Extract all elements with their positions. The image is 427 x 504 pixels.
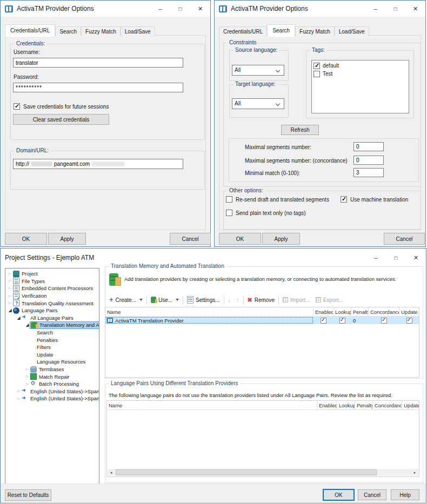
- tree-item-language-resources[interactable]: Language Resources: [5, 358, 99, 366]
- use-machine-translation-checkbox[interactable]: [341, 196, 347, 203]
- domain-url-field[interactable]: http:// pangeamt.com: [13, 159, 183, 169]
- tab-search[interactable]: Search: [267, 24, 295, 37]
- settings-button[interactable]: Settings...: [184, 296, 222, 304]
- scroll-right-icon[interactable]: ►: [411, 469, 418, 476]
- tree-item-match-repair[interactable]: Match Repair: [5, 373, 99, 380]
- tab-load-save[interactable]: Load/Save: [335, 26, 369, 36]
- tree-item-filters[interactable]: Filters: [5, 344, 99, 351]
- providers-table[interactable]: Name Enabled Lookup Penalty Concordance …: [105, 307, 419, 378]
- close-button[interactable]: ✕: [190, 1, 210, 17]
- enabled-cell[interactable]: [313, 317, 333, 324]
- expander-expanded-icon[interactable]: [16, 315, 22, 320]
- tag-list-item[interactable]: default: [313, 62, 407, 70]
- tab-fuzzy-match[interactable]: Fuzzy Match: [295, 26, 335, 36]
- scroll-left-icon[interactable]: ◄: [108, 469, 115, 476]
- scrollbar-thumb[interactable]: [116, 469, 377, 475]
- column-lookup[interactable]: Lookup: [333, 307, 351, 316]
- tree-item-penalties[interactable]: Penalties: [5, 336, 99, 344]
- tree-item-search[interactable]: Search: [5, 329, 99, 337]
- column-update[interactable]: Update: [402, 401, 419, 409]
- close-button[interactable]: ✕: [406, 248, 426, 267]
- close-button[interactable]: ✕: [405, 1, 425, 17]
- password-field[interactable]: [13, 83, 183, 92]
- reset-to-defaults-button[interactable]: Reset to Defaults: [5, 489, 51, 501]
- tag-list-item[interactable]: Test: [313, 70, 407, 78]
- cancel-button[interactable]: Cancel: [358, 489, 386, 500]
- column-penalty[interactable]: Penalty: [351, 307, 369, 316]
- language-pairs-table[interactable]: Name Enabled Lookup Penalty Concordance …: [106, 400, 419, 477]
- send-plain-text-checkbox[interactable]: [226, 210, 232, 216]
- lookup-cell[interactable]: [333, 317, 351, 324]
- username-field[interactable]: [13, 58, 183, 68]
- tree-item-termbases[interactable]: Termbases: [5, 366, 99, 373]
- remove-button[interactable]: ✖ Remove: [245, 297, 277, 304]
- tree-item-project[interactable]: Project: [5, 270, 99, 278]
- tab-search[interactable]: Search: [55, 26, 81, 36]
- expander-collapsed-icon[interactable]: [24, 367, 30, 372]
- enabled-checkbox[interactable]: [321, 318, 326, 324]
- tree-item-update[interactable]: Update: [5, 351, 99, 359]
- provider-table-row[interactable]: ActivaTM Translation Provider 0: [105, 317, 419, 324]
- column-name[interactable]: Name: [105, 307, 313, 316]
- tags-listbox[interactable]: default Test: [311, 60, 409, 113]
- expander-collapsed-icon[interactable]: [16, 397, 22, 401]
- minimize-button[interactable]: –: [150, 1, 170, 17]
- tag-test-checkbox[interactable]: [313, 71, 320, 77]
- tag-default-checkbox[interactable]: [313, 63, 320, 69]
- tree-item-batch-processing[interactable]: Batch Processing: [5, 380, 99, 388]
- penalty-cell[interactable]: 0: [351, 317, 369, 324]
- tab-credentials-url[interactable]: Credentials/URL: [5, 24, 55, 37]
- source-language-combobox[interactable]: All: [232, 65, 284, 76]
- minimal-match-field[interactable]: [353, 168, 384, 177]
- concordance-checkbox[interactable]: [381, 318, 387, 324]
- update-cell[interactable]: [399, 317, 419, 324]
- create-button[interactable]: + Create...: [106, 297, 145, 303]
- use-button[interactable]: Use...: [148, 297, 182, 303]
- update-checkbox[interactable]: [406, 318, 412, 324]
- tree-item-translation-quality-assessment[interactable]: Translation Quality Assessment: [5, 299, 99, 307]
- column-lookup[interactable]: Lookup: [337, 401, 355, 409]
- tree-item-language-pair-en-es-1[interactable]: English (United States)->Spanish: [5, 388, 99, 395]
- maximize-button[interactable]: □: [386, 248, 406, 267]
- max-segments-field[interactable]: [353, 142, 384, 151]
- tab-credentials-url[interactable]: Credentials/URL: [219, 26, 267, 36]
- maximize-button[interactable]: □: [385, 1, 405, 17]
- titlebar[interactable]: ActivaTM Provider Options – □ ✕: [1, 1, 210, 17]
- expander-collapsed-icon[interactable]: [7, 286, 13, 291]
- export-button[interactable]: Export...: [313, 297, 346, 303]
- save-credentials-checkbox[interactable]: [14, 103, 20, 110]
- target-language-combobox[interactable]: All: [232, 98, 284, 109]
- titlebar[interactable]: ActivaTM Provider Options – □ ✕: [215, 1, 425, 17]
- maximize-button[interactable]: □: [170, 1, 190, 17]
- minimize-button[interactable]: –: [366, 248, 386, 267]
- max-segments-concordance-field[interactable]: [353, 156, 384, 165]
- resend-draft-checkbox[interactable]: [226, 196, 232, 203]
- expander-collapsed-icon[interactable]: [16, 389, 22, 393]
- column-enabled[interactable]: Enabled: [313, 307, 333, 316]
- expander-expanded-icon[interactable]: [7, 308, 13, 313]
- column-name[interactable]: Name: [107, 401, 317, 409]
- column-enabled[interactable]: Enabled: [317, 401, 337, 409]
- expander-collapsed-icon[interactable]: [7, 301, 13, 305]
- column-update[interactable]: Update: [399, 307, 419, 316]
- horizontal-scrollbar[interactable]: ◄ ►: [108, 469, 418, 476]
- refresh-button[interactable]: Refresh: [281, 125, 319, 135]
- ok-button[interactable]: OK: [5, 233, 47, 245]
- tree-item-translation-memory[interactable]: Translation Memory and Auto: [5, 321, 99, 329]
- tree-item-embedded-content-processors[interactable]: Embedded Content Processors: [5, 285, 99, 292]
- expander-collapsed-icon[interactable]: [7, 279, 13, 283]
- move-down-button[interactable]: ↓: [225, 297, 234, 303]
- column-concordance[interactable]: Concordance: [369, 307, 399, 316]
- ok-button[interactable]: OK: [323, 489, 354, 500]
- tab-load-save[interactable]: Load/Save: [121, 26, 155, 36]
- scrollbar-track[interactable]: [115, 469, 411, 476]
- column-concordance[interactable]: Concordance: [373, 401, 402, 409]
- apply-button[interactable]: Apply: [262, 233, 300, 245]
- cancel-button[interactable]: Cancel: [170, 233, 211, 245]
- help-button[interactable]: Help: [391, 489, 419, 500]
- tree-item-verification[interactable]: Verification: [5, 292, 99, 300]
- import-button[interactable]: Import...: [280, 297, 313, 303]
- tab-fuzzy-match[interactable]: Fuzzy Match: [81, 26, 121, 36]
- clear-saved-credentials-button[interactable]: Clear saved credentials: [13, 114, 109, 125]
- expander-collapsed-icon[interactable]: [24, 374, 30, 379]
